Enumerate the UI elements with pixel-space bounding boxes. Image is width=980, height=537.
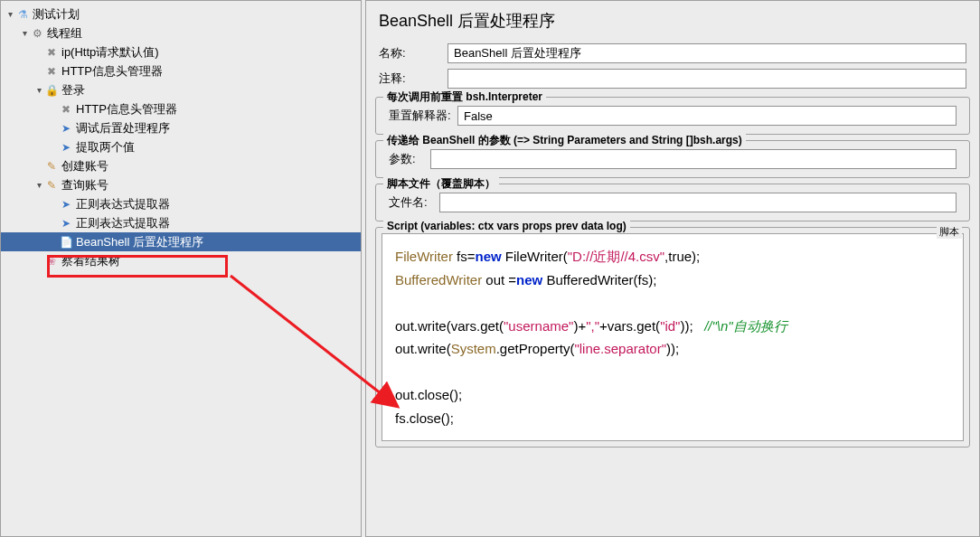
tree-results-icon: ❀ [44, 254, 59, 268]
tree-label: 提取两个值 [76, 139, 135, 155]
name-input[interactable] [448, 43, 966, 63]
tree-label: 查询账号 [61, 177, 108, 193]
tree-label: HTTP信息头管理器 [76, 101, 177, 118]
comment-input[interactable] [448, 69, 966, 89]
section-parameters: 传递给 BeanShell 的参数 (=> String Parameters … [375, 140, 970, 178]
arrow-icon: ➤ [59, 140, 73, 155]
pencil-icon: ✎ [44, 178, 59, 193]
tree-label: 线程组 [47, 25, 82, 42]
reset-label: 重置解释器: [389, 108, 452, 124]
section-title: 脚本文件（覆盖脚本） [383, 176, 499, 192]
arrow-icon: ➤ [59, 121, 73, 136]
params-label: 参数: [389, 151, 425, 167]
arrow-icon: ➤ [59, 197, 73, 212]
section-title: 传递给 BeanShell 的参数 (=> String Parameters … [383, 133, 746, 148]
tree-node-headermgr2[interactable]: ✖ HTTP信息头管理器 [1, 99, 361, 118]
section-title: 每次调用前重置 bsh.Interpreter [383, 90, 546, 105]
params-input[interactable] [430, 149, 956, 169]
tree-node-viewresults[interactable]: ❀ 察看结果树 [1, 251, 361, 270]
tree-node-login[interactable]: ▾ 🔒 登录 [1, 80, 361, 99]
tree-label: BeanShell 后置处理程序 [76, 234, 203, 250]
section-title: Script (variables: ctx vars props prev d… [383, 220, 630, 232]
tree-label: 正则表达式提取器 [76, 196, 170, 212]
tree-node-threadgroup[interactable]: ▾ ⚙ 线程组 [1, 24, 361, 42]
expand-icon[interactable]: ▾ [5, 9, 15, 19]
tree-node-testplan[interactable]: ▾ ⚗ 测试计划 [1, 5, 361, 24]
tree-label: ip(Http请求默认值) [61, 44, 159, 61]
panel-title: BeanShell 后置处理程序 [372, 6, 974, 41]
flask-icon: ⚗ [15, 7, 30, 22]
arrow-icon: ➤ [59, 216, 73, 231]
filename-input[interactable] [439, 193, 956, 212]
tree-label: 登录 [61, 82, 85, 99]
script-corner-label: 脚本 [937, 225, 962, 239]
tree-node-beanshell[interactable]: 📄 BeanShell 后置处理程序 [1, 232, 361, 251]
tree-node-queryacct[interactable]: ▾ ✎ 查询账号 [1, 175, 361, 194]
tree-node-regex2[interactable]: ➤ 正则表达式提取器 [1, 213, 361, 232]
tree-label: 察看结果树 [61, 253, 120, 269]
document-icon: 📄 [59, 235, 73, 250]
tree-label: 创建账号 [61, 158, 108, 174]
tree-panel: ▾ ⚗ 测试计划 ▾ ⚙ 线程组 ✖ ip(Http请求默认值) ✖ HTTP信… [0, 0, 362, 537]
tree-node-debugpost[interactable]: ➤ 调试后置处理程序 [1, 118, 361, 137]
tree-node-headermgr[interactable]: ✖ HTTP信息头管理器 [1, 61, 361, 80]
script-editor[interactable]: FileWriter fs=new FileWriter("D://近期//4.… [382, 233, 964, 441]
lock-icon: 🔒 [44, 83, 59, 98]
section-scriptfile: 脚本文件（覆盖脚本） 文件名: [375, 184, 970, 221]
comment-label: 注释: [379, 71, 442, 87]
section-script: Script (variables: ctx vars props prev d… [375, 227, 970, 448]
pencil-icon: ✎ [44, 159, 59, 174]
expand-icon[interactable]: ▾ [33, 180, 44, 190]
name-label: 名称: [379, 45, 442, 61]
config-icon: ✖ [44, 45, 59, 60]
reset-input[interactable] [457, 106, 956, 126]
tree-node-createacct[interactable]: ✎ 创建账号 [1, 156, 361, 175]
tree-node-regex1[interactable]: ➤ 正则表达式提取器 [1, 194, 361, 213]
filename-label: 文件名: [389, 194, 434, 211]
test-plan-tree[interactable]: ▾ ⚗ 测试计划 ▾ ⚙ 线程组 ✖ ip(Http请求默认值) ✖ HTTP信… [1, 1, 361, 274]
section-reset-interpreter: 每次调用前重置 bsh.Interpreter 重置解释器: [375, 97, 970, 135]
config-icon: ✖ [59, 102, 73, 117]
tree-label: HTTP信息头管理器 [61, 63, 163, 80]
expand-icon[interactable]: ▾ [19, 28, 30, 38]
gear-icon: ⚙ [30, 26, 44, 41]
tree-node-extract[interactable]: ➤ 提取两个值 [1, 137, 361, 156]
properties-panel: BeanShell 后置处理程序 名称: 注释: 每次调用前重置 bsh.Int… [365, 0, 980, 537]
tree-label: 正则表达式提取器 [76, 215, 170, 231]
tree-label: 测试计划 [33, 6, 80, 23]
tree-label: 调试后置处理程序 [76, 120, 170, 137]
expand-icon[interactable]: ▾ [33, 85, 44, 95]
tree-node-ipdefaults[interactable]: ✖ ip(Http请求默认值) [1, 42, 361, 61]
config-icon: ✖ [44, 64, 59, 79]
